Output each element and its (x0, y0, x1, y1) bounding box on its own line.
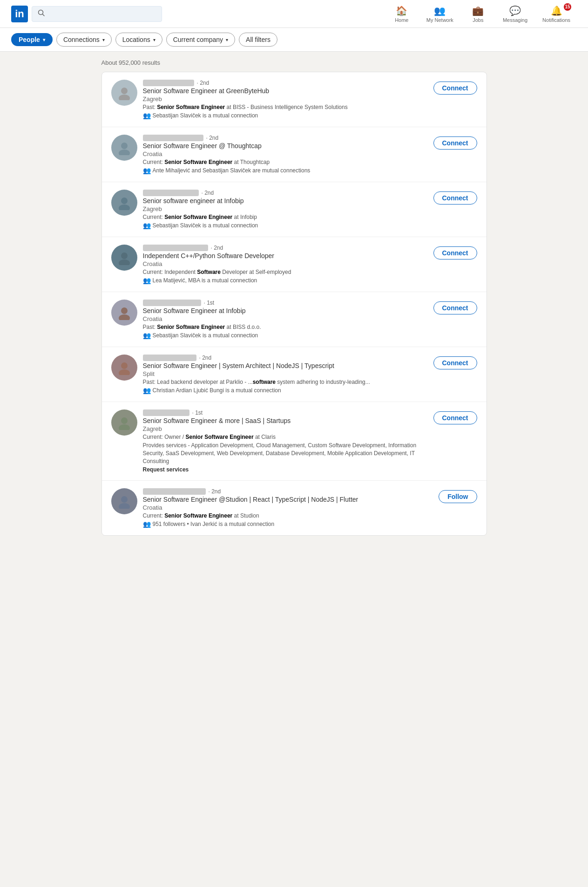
results-count: About 952,000 results (101, 59, 487, 66)
search-bar[interactable]: "senior software engineer" AND (32, 6, 162, 22)
filter-bar: People ▾ Connections ▾ Locations ▾ Curre… (0, 28, 588, 52)
svg-point-10 (121, 307, 128, 314)
results-card: · 2nd Senior Software Engineer at GreenB… (101, 72, 487, 536)
result-name (143, 300, 201, 306)
avatar[interactable] (111, 355, 137, 381)
result-info: · 2nd Senior Software Engineer at GreenB… (143, 80, 426, 119)
result-past: Current: Senior Software Engineer at Tho… (143, 159, 426, 165)
result-degree: · 2nd (197, 80, 210, 86)
mutual-icon: 👥 (143, 112, 151, 119)
result-past: Current: Owner / Senior Software Enginee… (143, 434, 426, 440)
nav-notifications[interactable]: 🔔 Notifications 15 (536, 2, 577, 26)
avatar[interactable] (111, 300, 137, 326)
connections-chevron-icon: ▾ (102, 37, 105, 42)
nav-messaging[interactable]: 💬 Messaging (496, 2, 534, 26)
result-action: Connect (426, 80, 477, 95)
nav-jobs-label: Jobs (473, 17, 483, 23)
svg-point-9 (119, 259, 130, 265)
nav-jobs[interactable]: 💼 Jobs (462, 2, 494, 26)
connect-button[interactable]: Connect (433, 246, 477, 259)
name-row: · 1st (143, 409, 426, 416)
all-filters-button[interactable]: All filters (239, 33, 277, 47)
result-mutual: 👥 Sebastijan Slaviček is a mutual connec… (143, 112, 426, 119)
notifications-icon: 🔔 (551, 5, 562, 16)
top-nav: 🏠 Home 👥 My Network 💼 Jobs 💬 Messaging 🔔… (385, 2, 577, 26)
avatar[interactable] (111, 409, 137, 436)
request-services[interactable]: Request services (143, 466, 426, 473)
current-company-filter-button[interactable]: Current company ▾ (166, 33, 235, 47)
jobs-icon: 💼 (472, 5, 484, 16)
result-action: Connect (426, 135, 477, 150)
connect-button[interactable]: Connect (433, 82, 477, 95)
result-location: Zagreb (143, 205, 426, 212)
svg-point-15 (119, 424, 130, 430)
connect-button[interactable]: Connect (433, 301, 477, 314)
connect-button[interactable]: Connect (433, 411, 477, 424)
table-row: · 1st Senior Software Engineer & more | … (102, 402, 487, 481)
svg-point-3 (119, 95, 130, 100)
avatar[interactable] (111, 245, 137, 271)
result-name (143, 135, 203, 141)
follow-button[interactable]: Follow (439, 490, 477, 503)
result-info: · 2nd Senior Software Engineer @ Thought… (143, 135, 426, 174)
result-title: Senior Software Engineer at GreenByteHub (143, 87, 426, 95)
connect-button[interactable]: Connect (433, 356, 477, 369)
svg-point-8 (121, 252, 128, 259)
avatar[interactable] (111, 190, 137, 216)
result-degree: · 2nd (206, 135, 219, 141)
search-input[interactable]: "senior software engineer" AND (49, 10, 156, 18)
result-location: Croatia (143, 315, 426, 322)
linkedin-logo[interactable]: in (11, 6, 28, 22)
result-action: Follow (431, 488, 477, 503)
table-row: · 1st Senior Software Engineer at Infobi… (102, 292, 487, 347)
table-row: · 2nd Independent C++/Python Software De… (102, 237, 487, 292)
locations-filter-button[interactable]: Locations ▾ (115, 33, 162, 47)
avatar[interactable] (111, 488, 137, 514)
nav-home[interactable]: 🏠 Home (385, 2, 418, 26)
header: in "senior software engineer" AND 🏠 Home… (0, 0, 588, 28)
svg-point-12 (121, 362, 128, 369)
svg-point-14 (121, 417, 128, 424)
result-degree: · 2nd (209, 488, 221, 495)
people-chevron-icon: ▾ (43, 37, 45, 42)
svg-point-16 (121, 496, 128, 503)
result-info: · 2nd Senior Software Engineer @Studion … (143, 488, 432, 528)
result-action: Connect (426, 300, 477, 314)
name-row: · 2nd (143, 80, 426, 86)
svg-point-5 (119, 150, 130, 155)
table-row: · 2nd Senior software engineer at Infobi… (102, 182, 487, 237)
messaging-icon: 💬 (509, 5, 521, 16)
connect-button[interactable]: Connect (433, 191, 477, 205)
mutual-icon: 👥 (143, 222, 151, 229)
connect-button[interactable]: Connect (433, 136, 477, 150)
result-info: · 2nd Senior Software Engineer | System … (143, 355, 426, 394)
name-row: · 2nd (143, 135, 426, 141)
nav-my-network[interactable]: 👥 My Network (420, 2, 460, 26)
avatar[interactable] (111, 135, 137, 161)
mutual-icon: 👥 (143, 167, 151, 174)
svg-line-1 (43, 14, 45, 16)
result-degree: · 1st (192, 409, 203, 416)
connections-label: Connections (63, 36, 100, 43)
people-filter-button[interactable]: People ▾ (11, 33, 53, 46)
search-icon (38, 9, 45, 19)
avatar[interactable] (111, 80, 137, 106)
result-past: Current: Senior Software Engineer at Stu… (143, 512, 432, 519)
result-name (143, 488, 206, 495)
result-info: · 2nd Senior software engineer at Infobi… (143, 190, 426, 229)
result-desc: Provides services - Application Developm… (143, 442, 426, 465)
result-name (143, 409, 189, 416)
mutual-icon: 👥 (143, 387, 151, 394)
connections-filter-button[interactable]: Connections ▾ (56, 33, 112, 47)
name-row: · 2nd (143, 245, 426, 251)
result-action: Connect (426, 190, 477, 205)
svg-point-13 (119, 369, 130, 375)
svg-point-11 (119, 314, 130, 320)
nav-network-label: My Network (426, 17, 453, 23)
current-company-chevron-icon: ▾ (226, 37, 228, 42)
result-location: Zagreb (143, 425, 426, 432)
result-degree: · 1st (204, 300, 215, 306)
result-info: · 1st Senior Software Engineer at Infobi… (143, 300, 426, 339)
name-row: · 2nd (143, 488, 432, 495)
svg-point-6 (121, 198, 128, 204)
